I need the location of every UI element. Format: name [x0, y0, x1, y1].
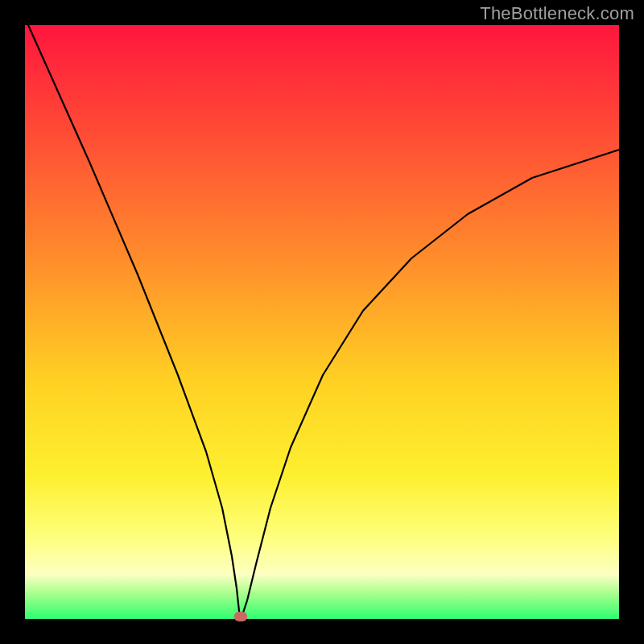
chart-frame: TheBottleneck.com — [0, 0, 644, 644]
curve-path — [28, 25, 619, 617]
bottleneck-curve — [25, 25, 619, 619]
min-marker — [234, 612, 247, 621]
watermark-text: TheBottleneck.com — [480, 3, 634, 24]
plot-area — [25, 25, 619, 619]
